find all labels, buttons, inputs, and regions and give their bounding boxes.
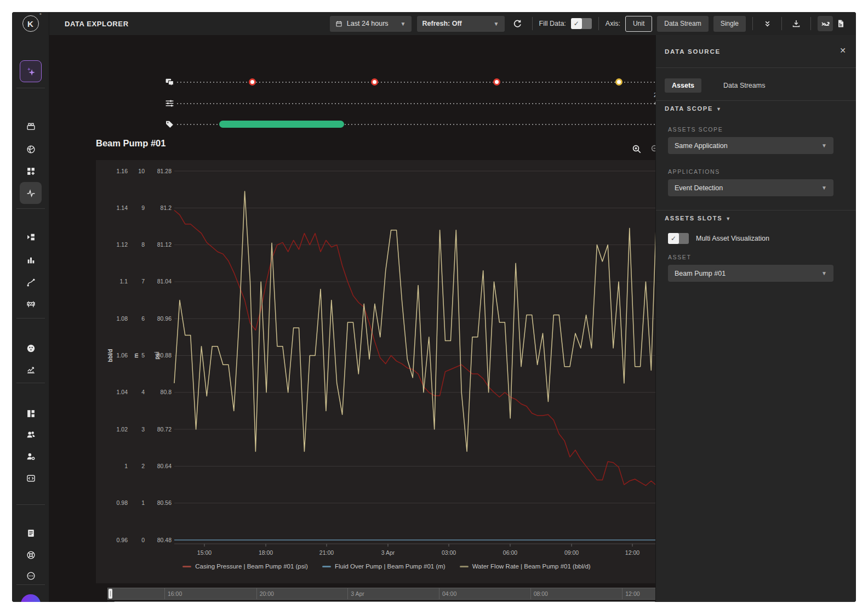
y-tick-label: 4: [141, 389, 145, 395]
sidebar-item-bar-chart[interactable]: [20, 249, 42, 271]
y-tick-label: 6: [141, 315, 145, 322]
sidebar-item-activity[interactable]: [20, 182, 42, 204]
scrollbar-thumb[interactable]: ❚❚❚: [114, 601, 655, 602]
timeline-minimap[interactable]: 16:0020:003 Apr04:0008:0012:00: [107, 588, 662, 600]
sidebar-item-barrier[interactable]: [20, 293, 42, 315]
activity-icon: [26, 189, 36, 198]
y-tick-label: 1.08: [117, 315, 128, 322]
help-ring-icon: [26, 550, 36, 560]
legend-item[interactable]: Fluid Over Pump | Beam Pump #01 (m): [322, 563, 446, 570]
compare-trend-button[interactable]: [818, 16, 833, 31]
sidebar-item-api[interactable]: [20, 565, 42, 587]
timeseries-chart: 1.161081.281.14981.21.12881.121.1781.041…: [96, 160, 677, 583]
assets-slots-header[interactable]: ASSETS SLOTS▼: [665, 215, 732, 221]
chart-legend: Casing Pressure | Beam Pump #01 (psi)Flu…: [96, 563, 677, 570]
minimap-tick: [530, 588, 531, 599]
layout-icon: [26, 409, 36, 418]
y-axis-title: psi: [154, 351, 160, 360]
axis-mode-data-stream-button[interactable]: Data Stream: [657, 16, 708, 32]
event-marker-red[interactable]: [249, 78, 256, 86]
legend-swatch-icon: [322, 566, 331, 567]
axis-mode-unit-button[interactable]: Unit: [625, 16, 652, 32]
user-settings-icon: [26, 452, 36, 461]
axis-mode-single-button[interactable]: Single: [713, 16, 746, 32]
series-line: [174, 191, 667, 470]
app-logo[interactable]: K: [12, 12, 49, 35]
sidebar-item-notes[interactable]: [20, 522, 42, 544]
y-tick-label: 0.96: [117, 537, 128, 543]
y-tick-label: 0.98: [117, 499, 128, 506]
y-tick-label: 81.04: [157, 278, 172, 285]
x-tick-label: 09:00: [564, 549, 579, 556]
sidebar-item-apps[interactable]: [20, 115, 42, 137]
legend-item[interactable]: Casing Pressure | Beam Pump #01 (psi): [182, 563, 308, 570]
minimap-tick-label: 04:00: [442, 590, 456, 597]
refresh-value: Refresh: Off: [422, 20, 462, 27]
lane-sliders-icon[interactable]: [165, 99, 174, 110]
sidebar-item-dashboard-add[interactable]: [20, 160, 42, 182]
refresh-now-button[interactable]: [510, 16, 526, 31]
y-tick-label: 80.8: [161, 389, 172, 395]
x-tick-label: 21:00: [319, 549, 334, 556]
sidebar-item-workflow[interactable]: [20, 226, 42, 248]
user-avatar[interactable]: D: [21, 594, 41, 602]
tab-data-streams[interactable]: Data Streams: [716, 78, 772, 93]
event-marker-yellow[interactable]: [615, 78, 623, 86]
sidebar-item-users[interactable]: [20, 423, 42, 445]
horizontal-scrollbar[interactable]: ◀ ▶ ❚❚❚: [107, 601, 662, 602]
y-axis-title: bbl/d: [107, 349, 113, 362]
sidebar-item-monitor-face[interactable]: [20, 337, 42, 359]
fill-data-toggle[interactable]: ✓: [571, 18, 592, 29]
scroll-left-arrow-icon[interactable]: ◀: [107, 601, 113, 602]
download-button[interactable]: [789, 16, 804, 31]
sidebar-item-sparkle-assistant[interactable]: [20, 60, 42, 82]
multi-asset-label: Multi Asset Visualization: [696, 235, 769, 242]
sidebar-item-globe[interactable]: [20, 138, 42, 160]
data-scope-header[interactable]: DATA SCOPE▼: [665, 105, 722, 112]
lane-dotted-track: [177, 103, 667, 104]
y-tick-label: 1.04: [117, 389, 128, 395]
lane-comments-icon[interactable]: [165, 77, 174, 89]
close-icon[interactable]: ✕: [840, 46, 846, 55]
minimap-tick-label: 16:00: [168, 590, 182, 597]
zoom-in-button[interactable]: [631, 144, 642, 155]
legend-label: Fluid Over Pump | Beam Pump #01 (m): [335, 563, 446, 570]
applications-dropdown[interactable]: Event Detection ▼: [668, 179, 833, 196]
code-icon: [26, 474, 36, 483]
event-marker-red[interactable]: [493, 78, 500, 86]
legend-item[interactable]: Water Flow Rate | Beam Pump #01 (bbl/d): [460, 563, 591, 570]
event-range-bar[interactable]: [219, 121, 344, 128]
api-icon: [26, 571, 36, 581]
collapse-all-button[interactable]: [760, 16, 775, 31]
y-axis-title: m: [133, 353, 139, 358]
y-tick-label: 81.2: [161, 204, 172, 211]
chevron-down-icon: ▼: [821, 270, 827, 276]
event-marker-red[interactable]: [371, 78, 378, 86]
asset-dropdown[interactable]: Beam Pump #01 ▼: [668, 265, 833, 282]
assets-scope-dropdown[interactable]: Same Application ▼: [668, 137, 833, 154]
chart-panel[interactable]: 1.161081.281.14981.21.12881.121.1781.041…: [96, 160, 677, 583]
multi-asset-toggle[interactable]: ✓: [668, 233, 689, 244]
sidebar-item-help-ring[interactable]: [20, 544, 42, 566]
tab-assets[interactable]: Assets: [665, 78, 701, 93]
sidebar-divider: [16, 208, 45, 209]
trend-chart-icon: [26, 365, 36, 374]
workflow-icon: [26, 232, 36, 242]
sidebar-item-code[interactable]: [20, 467, 42, 489]
sidebar-item-route[interactable]: [20, 271, 42, 293]
sidebar-item-user-settings[interactable]: [20, 445, 42, 467]
check-icon: ✓: [668, 233, 679, 244]
minimap-left-handle[interactable]: [108, 589, 112, 599]
lane-tag-icon[interactable]: [165, 120, 174, 131]
sidebar-item-trend-chart[interactable]: [20, 359, 42, 380]
apps-icon: [26, 122, 36, 131]
y-tick-label: 2: [141, 463, 145, 469]
minimap-tick-label: 3 Apr: [351, 590, 364, 597]
minimap-tick: [622, 588, 623, 599]
report-button[interactable]: [833, 16, 848, 31]
time-range-select[interactable]: Last 24 hours ▼: [330, 16, 412, 32]
sidebar-item-layout[interactable]: [20, 402, 42, 424]
refresh-select[interactable]: Refresh: Off ▼: [417, 16, 505, 32]
legend-label: Casing Pressure | Beam Pump #01 (psi): [195, 563, 308, 570]
top-toolbar: K DATA EXPLORER Last 24 hours ▼ Refresh:…: [12, 12, 856, 35]
